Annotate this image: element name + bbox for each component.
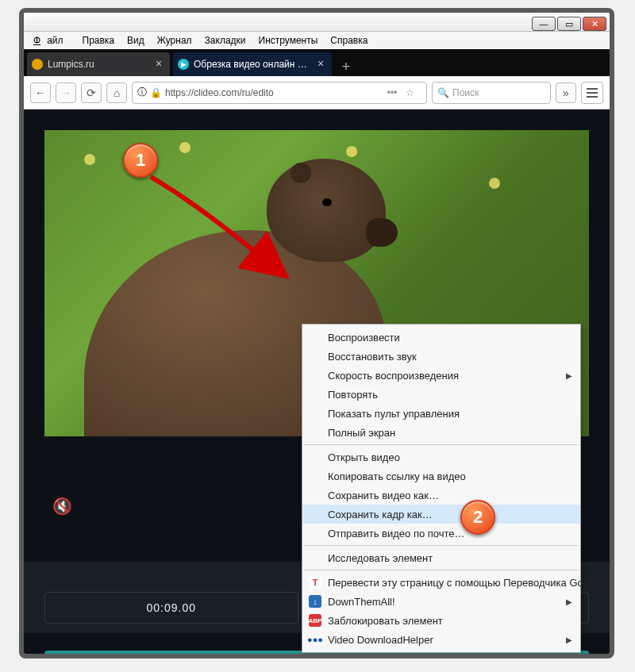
ctx-save-frame[interactable]: Сохранить кадр как… (302, 505, 580, 524)
new-tab-button[interactable]: + (337, 57, 356, 76)
ctx-open-video[interactable]: Открыть видео (302, 447, 580, 467)
tab-1[interactable]: ▶ Обрезка видео онлайн — Обр × (173, 52, 332, 76)
tab-1-title: Обрезка видео онлайн — Обр (194, 59, 314, 70)
ctx-dlhelper[interactable]: ●●●Video DownloadHelper▶ (302, 630, 580, 649)
menu-button[interactable] (581, 82, 603, 104)
browser-window: — ▭ ✕ Файл Правка Вид Журнал Закладки Ин… (19, 8, 614, 659)
tab-strip: Lumpics.ru × ▶ Обрезка видео онлайн — Об… (24, 49, 610, 76)
url-text: https://clideo.com/ru/edito (165, 87, 379, 98)
search-box[interactable]: 🔍 Поиск (432, 82, 551, 104)
ctx-translate[interactable]: TПеревести эту страницу с помощью Перево… (302, 573, 580, 592)
favicon-1: ▶ (178, 59, 189, 70)
page-actions-icon[interactable]: ••• (382, 87, 402, 98)
search-icon: 🔍 (437, 87, 449, 98)
site-info-icon[interactable]: ⓘ (137, 86, 147, 99)
menu-view[interactable]: Вид (121, 33, 151, 48)
ctx-fullscreen[interactable]: Полный экран (302, 423, 580, 442)
start-time-field[interactable]: 00:09.00 (44, 592, 298, 624)
menu-edit[interactable]: Правка (76, 33, 121, 48)
reload-button[interactable]: ⟳ (81, 83, 102, 103)
ctx-repeat[interactable]: Повторять (302, 385, 580, 404)
ctx-controls[interactable]: Показать пульт управления (302, 404, 580, 423)
overflow-button[interactable]: » (556, 83, 576, 103)
callout-1: 1 (123, 143, 158, 178)
menu-tools[interactable]: Инструменты (252, 33, 325, 48)
ctx-speed[interactable]: Скорость воспроизведения▶ (302, 366, 580, 385)
callout-2: 2 (460, 500, 495, 535)
favicon-0 (32, 59, 43, 70)
ctx-sep-2 (304, 545, 579, 546)
ctx-save-video[interactable]: Сохранить видео как… (302, 486, 580, 505)
url-bar[interactable]: ⓘ 🔒 https://clideo.com/ru/edito ••• ☆ (132, 82, 427, 104)
search-placeholder: Поиск (452, 87, 479, 98)
ctx-restore-sound[interactable]: Восстановить звук (302, 347, 580, 366)
page-content: 🔇 00:09.00 до 00:21.00 Обрезать Воспроиз… (24, 109, 610, 654)
forward-button[interactable]: → (56, 83, 76, 103)
home-button[interactable]: ⌂ (106, 83, 127, 103)
lock-icon: 🔒 (150, 87, 162, 98)
ctx-send-mail[interactable]: Отправить видео по почте… (302, 524, 580, 543)
context-menu: Воспроизвести Восстановить звук Скорость… (302, 324, 581, 653)
ctx-copy-link[interactable]: Копировать ссылку на видео (302, 467, 580, 486)
ctx-adblock[interactable]: ABPЗаблокировать элемент (302, 611, 580, 630)
ctx-downthemall[interactable]: ↓DownThemAll!▶ (302, 592, 580, 611)
ctx-sep-3 (304, 570, 579, 570)
ctx-play[interactable]: Воспроизвести (302, 328, 580, 347)
close-button[interactable]: ✕ (583, 17, 606, 31)
titlebar: — ▭ ✕ (24, 13, 610, 32)
tab-0-close-icon[interactable]: × (152, 58, 165, 71)
mute-icon[interactable]: 🔇 (52, 497, 72, 516)
menu-help[interactable]: Справка (324, 33, 374, 48)
back-button[interactable]: ← (30, 83, 51, 103)
toolbar: ← → ⟳ ⌂ ⓘ 🔒 https://clideo.com/ru/edito … (24, 76, 610, 109)
maximize-button[interactable]: ▭ (557, 17, 581, 31)
menu-history[interactable]: Журнал (151, 33, 198, 48)
tab-1-close-icon[interactable]: × (314, 58, 327, 71)
tab-0-title: Lumpics.ru (48, 59, 152, 70)
menu-bookmarks[interactable]: Закладки (198, 33, 252, 48)
bookmark-star-icon[interactable]: ☆ (406, 87, 421, 98)
ctx-sep-1 (304, 444, 579, 445)
menu-bar: Файл Правка Вид Журнал Закладки Инструме… (24, 32, 610, 49)
menu-file[interactable]: Файл (27, 33, 76, 48)
minimize-button[interactable]: — (532, 17, 556, 31)
ctx-inspect[interactable]: Исследовать элемент (302, 548, 580, 567)
tab-0[interactable]: Lumpics.ru × (27, 52, 170, 76)
